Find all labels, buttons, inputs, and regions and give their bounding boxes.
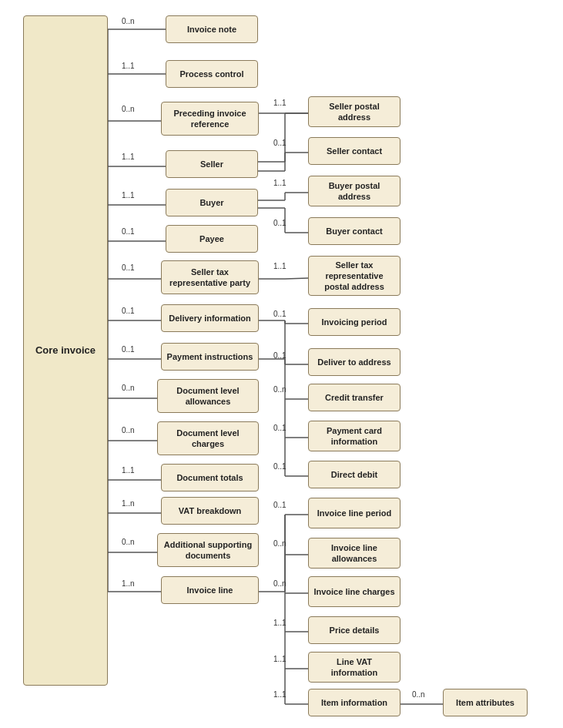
node-process-control: Process control	[166, 60, 258, 88]
mult-payment-card: 0..1	[273, 424, 287, 432]
mult-buyer-contact: 0..1	[273, 219, 287, 227]
mult-line-vat: 1..1	[273, 655, 287, 663]
mult-direct-debit: 0..1	[273, 462, 287, 471]
mult-seller-postal: 1..1	[273, 99, 287, 107]
mult-buyer: 1..1	[122, 191, 135, 200]
node-invoice-line-period: Invoice line period	[308, 498, 400, 528]
node-item-attributes: Item attributes	[443, 689, 528, 716]
node-credit-transfer: Credit transfer	[308, 384, 400, 411]
node-invoice-line-charges: Invoice line charges	[308, 576, 400, 607]
node-buyer-postal: Buyer postal address	[308, 176, 400, 206]
diagram-container: Core invoice Invoice note Process contro…	[0, 0, 563, 728]
mult-price-details: 1..1	[273, 619, 287, 627]
node-document-totals: Document totals	[161, 464, 259, 491]
mult-deliver-to: 0..1	[273, 351, 287, 360]
mult-seller-tax-postal: 1..1	[273, 262, 287, 270]
mult-delivery: 0..1	[122, 307, 135, 315]
node-direct-debit: Direct debit	[308, 461, 400, 488]
node-buyer: Buyer	[166, 189, 258, 216]
mult-preceding: 0..n	[122, 105, 135, 113]
node-doc-level-allowances: Document level allowances	[157, 379, 259, 413]
mult-doc-allow: 0..n	[122, 384, 135, 392]
mult-inv-line-period: 0..1	[273, 501, 287, 509]
mult-doc-charges: 0..n	[122, 426, 135, 434]
node-additional-supporting: Additional supporting documents	[157, 533, 259, 567]
node-price-details: Price details	[308, 616, 400, 644]
node-seller-postal: Seller postal address	[308, 96, 400, 127]
node-core-invoice: Core invoice	[23, 15, 108, 686]
mult-payment-inst: 0..1	[122, 345, 135, 354]
node-invoice-line: Invoice line	[161, 576, 259, 604]
node-seller-tax-rep: Seller tax representative party	[161, 260, 259, 294]
node-payee: Payee	[166, 225, 258, 253]
mult-payee: 0..1	[122, 227, 135, 236]
node-doc-level-charges: Document level charges	[157, 421, 259, 455]
mult-invoicing-period: 0..1	[273, 310, 287, 318]
node-invoice-line-allowances: Invoice line allowances	[308, 538, 400, 569]
mult-seller: 1..1	[122, 153, 135, 161]
mult-seller-tax: 0..1	[122, 263, 135, 272]
mult-item-attr: 0..n	[412, 690, 425, 699]
node-vat-breakdown: VAT breakdown	[161, 497, 259, 525]
node-payment-card-info: Payment card information	[308, 421, 400, 451]
node-invoicing-period: Invoicing period	[308, 308, 400, 336]
mult-seller-contact: 0..1	[273, 139, 287, 147]
node-deliver-to-address: Deliver to address	[308, 348, 400, 376]
node-buyer-contact: Buyer contact	[308, 217, 400, 245]
node-invoice-note: Invoice note	[166, 15, 258, 43]
mult-item-info: 1..1	[273, 690, 287, 699]
mult-process-control: 1..1	[122, 62, 135, 70]
mult-add-supp: 0..n	[122, 538, 135, 546]
mult-buyer-postal: 1..1	[273, 179, 287, 187]
node-preceding-invoice: Preceding invoice reference	[161, 102, 259, 136]
mult-invoice-note: 0..n	[122, 17, 135, 25]
node-seller: Seller	[166, 150, 258, 178]
node-payment-instructions: Payment instructions	[161, 343, 259, 371]
mult-doc-totals: 1..1	[122, 466, 135, 475]
mult-inv-line: 1..n	[122, 579, 135, 588]
svg-line-29	[285, 278, 308, 279]
mult-credit-transfer: 0..n	[273, 385, 287, 394]
node-line-vat-info: Line VAT information	[308, 652, 400, 683]
node-delivery-info: Delivery information	[161, 304, 259, 332]
node-seller-tax-postal: Seller tax representative postal address	[308, 256, 400, 296]
mult-vat: 1..n	[122, 499, 135, 508]
node-seller-contact: Seller contact	[308, 137, 400, 165]
mult-inv-line-allow: 0..n	[273, 539, 287, 548]
mult-inv-line-charges: 0..n	[273, 579, 287, 588]
node-item-information: Item information	[308, 689, 400, 716]
